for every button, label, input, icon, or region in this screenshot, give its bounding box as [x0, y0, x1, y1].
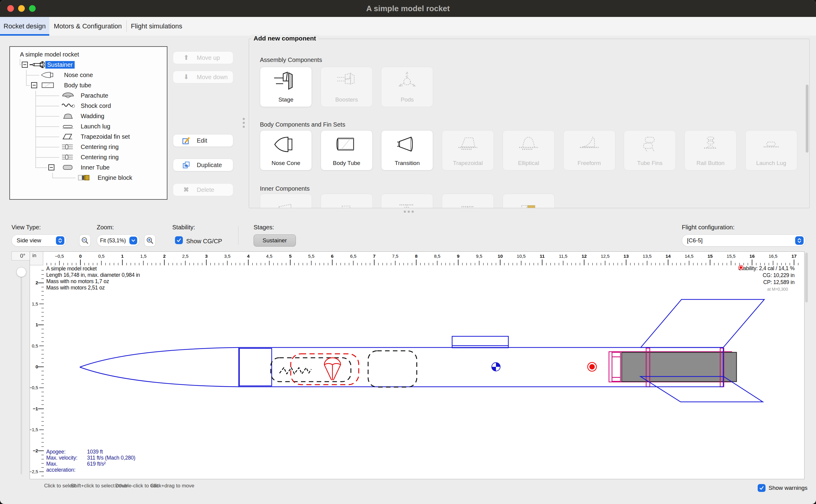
add-boosters-button[interactable]: Boosters [321, 67, 373, 107]
shock-cord-squiggle [280, 368, 311, 374]
section-title: Body Components and Fin Sets [260, 121, 345, 128]
tree-item-launch-lug[interactable]: Launch lug [79, 121, 112, 131]
rocket-info-line: A simple model rocket [46, 266, 140, 272]
stability-info-block: Stability: 2,4 cal / 14,1 % CG: 10,229 i… [738, 265, 795, 293]
boosters-icon [321, 69, 372, 92]
flight-stats-block: Apogee:1039 ftMax. velocity:311 ft/s (Ma… [46, 449, 135, 473]
tree-item-label: Sustainer [45, 61, 75, 69]
card-label: Trapezoidal [442, 160, 494, 166]
tree-item-centering-ring[interactable]: Centering ring [79, 142, 121, 152]
pods-icon [381, 69, 433, 92]
add-tube-fins-button[interactable]: Tube Fins [624, 130, 676, 170]
add-pods-button[interactable]: Pods [381, 67, 433, 107]
tree-connector [35, 126, 59, 127]
zoom-select[interactable]: Fit (53,1%) [97, 234, 139, 247]
freeform-icon [564, 133, 615, 156]
title-bar: A simple model rocket [0, 0, 816, 17]
view-type-select[interactable]: Side view [11, 234, 66, 247]
add-transition-button[interactable]: Transition [381, 130, 433, 170]
tree-item-body-tube[interactable]: Body tube [62, 80, 93, 90]
tree-connector [35, 106, 59, 106]
canvas-scrollbar[interactable] [805, 253, 808, 302]
stage-icon [260, 69, 312, 92]
add-freeform-button[interactable]: Freeform [563, 130, 615, 170]
tree-connector [20, 65, 21, 65]
add-elliptical-button[interactable]: Elliptical [503, 130, 555, 170]
zoom-in-button[interactable] [144, 234, 156, 247]
add-launch-lug-button[interactable]: Launch Lug [745, 130, 797, 170]
duplicate-button[interactable]: Duplicate [173, 159, 233, 171]
tree-item-nose-cone[interactable]: Nose cone [62, 70, 95, 80]
tree-item-shock-cord[interactable]: Shock cord [79, 101, 113, 111]
add-trapezoidal-button[interactable]: Trapezoidal [442, 130, 494, 170]
tree-item-centering-ring[interactable]: Centering ring [79, 152, 121, 162]
tree-expander-sustainer[interactable] [22, 62, 28, 68]
wadding-icon [60, 112, 76, 120]
mach-note: at M=0,300 [767, 286, 795, 293]
tab-rocket-design[interactable]: Rocket design [0, 17, 49, 36]
tree-connector [35, 157, 59, 158]
tube-fins-icon [624, 133, 675, 156]
add-body-tube-button[interactable]: Body Tube [321, 130, 373, 170]
shock-cord-icon [60, 102, 76, 109]
add-inner-coupler-button[interactable] [260, 194, 312, 208]
tree-item-trapezoidal-fin-set[interactable]: Trapezoidal fin set [79, 131, 132, 142]
tree-expander-inner-tube[interactable] [48, 164, 54, 170]
move-up-button[interactable]: ⬆ Move up [173, 51, 233, 64]
move-down-button[interactable]: ⬇ Move down [173, 71, 233, 83]
rotation-slider-knob[interactable] [16, 267, 26, 277]
arrow-up-icon: ⬆ [182, 54, 190, 62]
tree-item-parachute[interactable]: Parachute [79, 90, 110, 101]
hint-text: Click+drag to move [150, 483, 194, 489]
rocket-canvas[interactable]: −0,500,511,522,533,544,555,566,577,588,5… [30, 251, 805, 479]
tree-item-sustainer[interactable]: Sustainer [45, 60, 75, 70]
tree-item-inner-tube[interactable]: Inner Tube [79, 162, 112, 173]
stage-toggle-sustainer[interactable]: Sustainer [254, 234, 296, 247]
engine-block-outline [612, 352, 620, 381]
flight-stat-row: Max. acceleration:619 ft/s² [46, 461, 135, 473]
add-inner-bulkhead-button[interactable] [321, 194, 373, 208]
magnifier-plus-icon [146, 237, 154, 244]
inner-ring-icon [442, 196, 494, 208]
openrocket-window: A simple model rocket Rocket design Moto… [0, 0, 816, 504]
arrow-down-icon: ⬇ [182, 73, 190, 81]
tree-item-a-simple-model-rocket[interactable]: A simple model rocket [18, 49, 81, 60]
panel-splitter-grip[interactable] [243, 118, 245, 128]
tree-connector [26, 75, 39, 76]
show-warnings-label: Show warnings [769, 485, 808, 491]
rocket-drawing [30, 252, 805, 479]
tree-connector [35, 147, 59, 147]
tree-item-wadding[interactable]: Wadding [79, 111, 106, 121]
add-nose-cone-button[interactable]: Nose Cone [260, 130, 312, 170]
card-label: Boosters [321, 96, 372, 103]
edit-button[interactable]: Edit [173, 134, 233, 147]
tab-flight-simulations[interactable]: Flight simulations [126, 17, 187, 36]
tree-item-engine-block[interactable]: Engine block [96, 173, 134, 183]
show-warnings-checkbox[interactable] [758, 484, 766, 492]
cg-value: CG: 10,229 in [763, 272, 795, 279]
add-inner-ring-tall-button[interactable] [381, 194, 433, 208]
card-label: Pods [381, 96, 433, 103]
add-panel-scrollbar[interactable] [806, 85, 808, 153]
controls-divider [238, 226, 238, 245]
horizontal-splitter-grip[interactable] [404, 211, 414, 213]
tab-motors-configuration[interactable]: Motors & Configuration [49, 17, 126, 36]
stages-label: Stages: [254, 224, 274, 231]
show-cgcp-checkbox[interactable] [175, 236, 183, 244]
delete-button[interactable]: ✖ Delete [173, 183, 233, 196]
rotation-slider-track[interactable] [21, 273, 22, 474]
engine-block-icon [76, 174, 92, 181]
flight-config-select[interactable]: [C6-5] [682, 234, 806, 247]
add-rail-button-button[interactable]: Rail Button [685, 130, 737, 170]
add-inner-engine-block-button[interactable] [503, 194, 555, 208]
nose-cone-icon [40, 71, 56, 79]
add-stage-button[interactable]: Stage [260, 67, 312, 107]
zoom-out-button[interactable] [79, 234, 91, 247]
component-tree[interactable]: A simple model rocketSustainerNose coneB… [9, 46, 167, 200]
body-tube-icon [321, 133, 372, 156]
parachute-region [291, 354, 359, 385]
zoom-label: Zoom: [97, 224, 114, 231]
add-inner-ring-button[interactable] [442, 194, 494, 208]
tree-expander-body-tube[interactable] [31, 82, 37, 88]
flight-stat-row: Max. velocity:311 ft/s (Mach 0,280) [46, 455, 135, 461]
